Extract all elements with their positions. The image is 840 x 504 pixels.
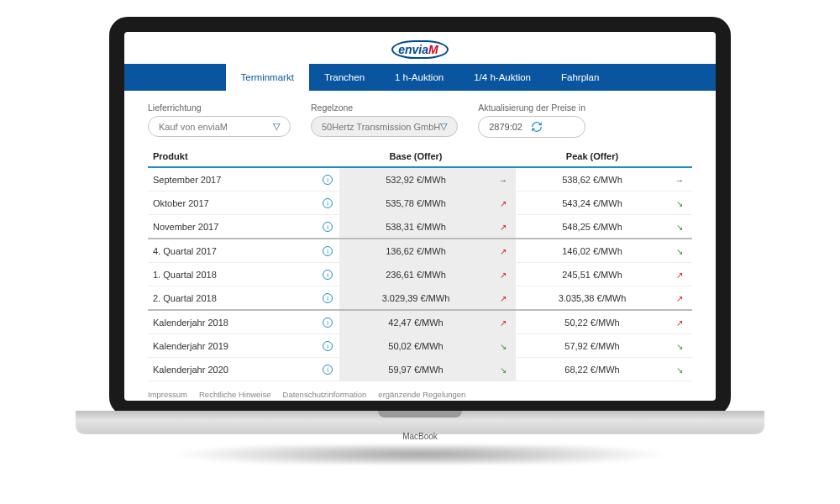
product-cell: Kalenderjahr 2019 <box>148 334 316 358</box>
trend-down-icon: ↘ <box>497 342 509 351</box>
refresh-icon <box>531 121 543 133</box>
filter-direction-label: Lieferrichtung <box>148 102 291 113</box>
zone-select[interactable]: 50Hertz Transmission GmbH ▽ <box>311 116 458 137</box>
trend-up-icon: ↗ <box>497 199 509 208</box>
trend-up-icon: ↗ <box>674 270 685 280</box>
trend-down-icon: ↘ <box>674 199 685 208</box>
tab-tranchen[interactable]: Tranchen <box>309 64 380 91</box>
base-cell: 3.029,39 €/MWh <box>339 286 492 311</box>
table-row: 1. Quartal 2018i236,61 €/MWh↗245,51 €/MW… <box>148 263 692 286</box>
base-cell: 532,92 €/MWh <box>339 167 492 192</box>
product-cell: 4. Quartal 2017 <box>148 239 316 263</box>
logo: enviaM <box>124 32 716 64</box>
table-row: November 2017i538,31 €/MWh↗548,25 €/MWh↘ <box>148 215 692 239</box>
tab-bar: TerminmarktTranchen1 h-Auktion1/4 h-Aukt… <box>124 64 716 91</box>
trend-up-icon: ↗ <box>497 247 509 256</box>
info-icon[interactable]: i <box>323 293 333 303</box>
info-icon[interactable]: i <box>323 222 333 232</box>
direction-value: Kauf von enviaM <box>159 122 228 132</box>
filter-zone: Regelzone 50Hertz Transmission GmbH ▽ <box>311 102 458 138</box>
trend-down-icon: ↘ <box>674 223 685 232</box>
trend-up-icon: ↗ <box>497 270 509 280</box>
base-cell: 236,61 €/MWh <box>339 263 492 286</box>
peak-cell: 538,62 €/MWh <box>516 167 669 192</box>
trend-down-icon: ↘ <box>674 247 685 256</box>
laptop-notch <box>378 411 462 417</box>
trend-up-icon: ↗ <box>497 318 509 328</box>
info-icon[interactable]: i <box>323 246 333 256</box>
chevron-down-icon: ▽ <box>440 121 447 132</box>
app-page: enviaM TerminmarktTranchen1 h-Auktion1/4… <box>124 32 716 401</box>
tab-fahrplan[interactable]: Fahrplan <box>546 64 614 91</box>
chevron-down-icon: ▽ <box>273 121 280 132</box>
col-peak: Peak (Offer) <box>516 144 669 167</box>
info-icon[interactable]: i <box>323 175 333 185</box>
product-cell: September 2017 <box>148 167 316 192</box>
trend-down-icon: ↘ <box>497 365 509 375</box>
filter-refresh-label: Aktualisierung der Preise in <box>478 102 585 113</box>
filter-bar: Lieferrichtung Kauf von enviaM ▽ Regelzo… <box>124 91 716 144</box>
base-cell: 59,97 €/MWh <box>339 358 492 381</box>
peak-cell: 543,24 €/MWh <box>516 192 669 215</box>
tab-1-h-auktion[interactable]: 1 h-Auktion <box>380 64 459 91</box>
product-cell: 1. Quartal 2018 <box>148 263 316 286</box>
trend-flat-icon: → <box>497 176 509 185</box>
trend-down-icon: ↘ <box>674 365 685 375</box>
base-cell: 535,78 €/MWh <box>339 192 492 215</box>
trend-up-icon: ↗ <box>674 294 685 303</box>
laptop-base <box>76 411 764 434</box>
table-row: Kalenderjahr 2019i50,02 €/MWh↘57,92 €/MW… <box>148 334 692 358</box>
table-row: 4. Quartal 2017i136,62 €/MWh↗146,02 €/MW… <box>148 239 692 263</box>
info-icon[interactable]: i <box>323 341 333 351</box>
peak-cell: 68,22 €/MWh <box>516 358 669 381</box>
laptop-brand: MacBook <box>402 433 438 441</box>
product-cell: Kalenderjahr 2018 <box>148 310 316 334</box>
footer-link[interactable]: Datenschutzinformation <box>283 390 367 399</box>
trend-up-icon: ↗ <box>497 223 509 232</box>
info-icon[interactable]: i <box>323 270 333 280</box>
tab-1-4-h-auktion[interactable]: 1/4 h-Auktion <box>459 64 546 91</box>
table-row: 2. Quartal 2018i3.029,39 €/MWh↗3.035,38 … <box>148 286 692 311</box>
footer-link[interactable]: Rechtliche Hinweise <box>199 390 271 399</box>
base-cell: 538,31 €/MWh <box>339 215 492 239</box>
filter-refresh: Aktualisierung der Preise in 2879:02 <box>478 102 585 138</box>
col-product: Produkt <box>148 144 316 167</box>
peak-cell: 146,02 €/MWh <box>516 239 669 263</box>
trend-down-icon: ↘ <box>674 342 685 351</box>
table-row: September 2017i532,92 €/MWh→538,62 €/MWh… <box>148 167 692 192</box>
trend-up-icon: ↗ <box>674 318 685 328</box>
info-icon[interactable]: i <box>323 318 333 328</box>
table-row: Kalenderjahr 2020i59,97 €/MWh↘68,22 €/MW… <box>148 358 692 381</box>
footer-links: ImpressumRechtliche HinweiseDatenschutzi… <box>124 381 716 411</box>
refresh-timer[interactable]: 2879:02 <box>478 116 585 138</box>
peak-cell: 57,92 €/MWh <box>516 334 669 358</box>
filter-direction: Lieferrichtung Kauf von enviaM ▽ <box>148 102 291 138</box>
trend-flat-icon: → <box>674 176 685 185</box>
info-icon[interactable]: i <box>323 365 333 375</box>
info-icon[interactable]: i <box>323 198 333 208</box>
peak-cell: 548,25 €/MWh <box>516 215 669 239</box>
trend-up-icon: ↗ <box>497 294 509 303</box>
product-cell: Oktober 2017 <box>148 192 316 215</box>
peak-cell: 245,51 €/MWh <box>516 263 669 286</box>
peak-cell: 50,22 €/MWh <box>516 310 669 334</box>
product-cell: Kalenderjahr 2020 <box>148 358 316 381</box>
price-table-wrap: Produkt Base (Offer) Peak (Offer) Septem… <box>124 144 716 381</box>
price-table: Produkt Base (Offer) Peak (Offer) Septem… <box>148 144 692 381</box>
base-cell: 136,62 €/MWh <box>339 239 492 263</box>
table-row: Oktober 2017i535,78 €/MWh↗543,24 €/MWh↘ <box>148 192 692 215</box>
laptop-frame: enviaM TerminmarktTranchen1 h-Auktion1/4… <box>109 17 731 466</box>
peak-cell: 3.035,38 €/MWh <box>516 286 669 311</box>
direction-select[interactable]: Kauf von enviaM ▽ <box>148 116 291 137</box>
zone-value: 50Hertz Transmission GmbH <box>322 122 440 132</box>
footer-link[interactable]: ergänzende Regelungen <box>378 390 465 399</box>
col-base: Base (Offer) <box>339 144 492 167</box>
tab-terminmarkt[interactable]: Terminmarkt <box>226 64 309 91</box>
refresh-value: 2879:02 <box>489 122 522 132</box>
logo-text: envia <box>398 43 428 56</box>
footer-link[interactable]: Impressum <box>148 390 187 399</box>
product-cell: 2. Quartal 2018 <box>148 286 316 311</box>
base-cell: 50,02 €/MWh <box>339 334 492 358</box>
product-cell: November 2017 <box>148 215 316 239</box>
logo-accent: M <box>428 43 438 56</box>
